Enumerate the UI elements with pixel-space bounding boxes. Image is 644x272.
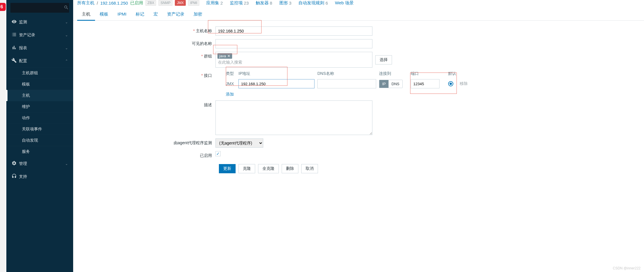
breadcrumb-separator: / <box>97 1 98 5</box>
description-label: 描述 <box>77 100 215 108</box>
iface-port-input[interactable] <box>411 79 440 88</box>
sidebar-item-hosts[interactable]: 主机 <box>6 90 73 101</box>
bc-web[interactable]: Web 场景 <box>335 0 354 6</box>
group-tag-label: java <box>219 54 226 58</box>
wrench-icon <box>12 58 19 64</box>
tab-host[interactable]: 主机 <box>77 9 95 21</box>
iface-default-radio[interactable] <box>448 81 453 86</box>
group-tag-java[interactable]: java ✕ <box>217 53 232 59</box>
chevron-up-icon: ⌃ <box>65 59 68 63</box>
update-button[interactable]: 更新 <box>219 164 236 173</box>
description-input[interactable] <box>215 100 372 135</box>
host-name-input[interactable] <box>215 26 372 36</box>
watermark: CSDN @inner222 <box>613 266 641 270</box>
groups-input[interactable]: java ✕ 在此输入搜索 <box>215 52 372 68</box>
enabled-checkbox[interactable]: ✓ <box>215 151 221 156</box>
tabs: 主机 模板 IPMI 标记 宏 资产记录 加密 <box>73 9 644 21</box>
badge-zbx: ZBX <box>145 0 156 6</box>
badge-jmx: JMX <box>175 0 186 6</box>
iface-ip-input[interactable] <box>238 79 315 88</box>
proxy-select[interactable]: (无agent代理程序) <box>215 138 263 148</box>
breadcrumb-all-hosts[interactable]: 所有主机 <box>77 0 94 6</box>
visible-name-input[interactable] <box>215 39 372 48</box>
bc-graphs-count: 3 <box>289 1 291 5</box>
gear-icon <box>12 161 19 167</box>
headset-icon <box>12 174 19 180</box>
sidebar-item-services[interactable]: 服务 <box>6 146 73 157</box>
iface-col-type: 类型 <box>215 71 238 76</box>
bar-icon <box>12 45 19 51</box>
iface-col-ip: IP地址 <box>238 71 317 76</box>
tab-tags[interactable]: 标记 <box>131 9 149 20</box>
visible-name-label: 可见的名称 <box>77 39 215 46</box>
enabled-label: 已启用 <box>77 151 215 158</box>
connect-dns[interactable]: DNS <box>389 80 402 88</box>
nav-reports[interactable]: 报表 ⌄ <box>6 41 73 54</box>
sidebar-item-correlation[interactable]: 关联项事件 <box>6 123 73 135</box>
iface-col-dns: DNS名称 <box>317 71 379 76</box>
nav-monitoring[interactable]: 监测 ⌄ <box>6 16 73 28</box>
chevron-down-icon: ⌄ <box>65 33 68 37</box>
interface-row: JMX IP DNS 移除 <box>215 78 640 90</box>
bc-items-count: 23 <box>244 1 249 5</box>
sidebar-item-discovery[interactable]: 自动发现 <box>6 135 73 146</box>
add-interface-link[interactable]: 添加 <box>215 90 234 97</box>
bc-triggers[interactable]: 触发器 <box>256 0 269 6</box>
iface-col-conn: 连接到 <box>379 71 411 76</box>
chevron-down-icon: ⌄ <box>65 46 68 50</box>
bc-triggers-count: 8 <box>270 1 272 5</box>
search-icon <box>64 5 69 11</box>
bc-discovery[interactable]: 自动发现规则 <box>298 0 324 6</box>
cancel-button[interactable]: 取消 <box>301 164 318 173</box>
nav-label: 管理 <box>19 161 27 166</box>
full-clone-button[interactable]: 全克隆 <box>258 164 279 173</box>
list-icon <box>12 32 19 38</box>
tab-macros[interactable]: 宏 <box>149 9 162 20</box>
tab-encryption[interactable]: 加密 <box>189 9 207 20</box>
search-box[interactable] <box>10 3 69 13</box>
main-content: 所有主机 / 192.168.1.250 已启用 ZBX SNMP JMX IP… <box>73 0 644 272</box>
iface-type: JMX <box>215 81 238 86</box>
weibo-icon: 6 <box>0 3 6 11</box>
remove-tag-icon[interactable]: ✕ <box>227 54 230 58</box>
iface-col-port: 端口 <box>411 71 448 76</box>
connect-ip[interactable]: IP <box>379 80 389 88</box>
sidebar-item-maintenance[interactable]: 维护 <box>6 101 73 112</box>
iface-dns-input[interactable] <box>317 79 376 88</box>
sidebar: 监测 ⌄ 资产记录 ⌄ 报表 ⌄ 配置 ⌃ 主机群组 模板 主机 <box>6 0 73 272</box>
nav-administration[interactable]: 管理 ⌄ <box>6 157 73 170</box>
proxy-label: 由agent代理程序监测 <box>77 138 215 146</box>
nav-label: 支持 <box>19 174 27 179</box>
eye-icon <box>12 19 19 25</box>
groups-label: 群组 <box>77 52 215 59</box>
breadcrumb-host[interactable]: 192.168.1.250 <box>100 1 128 5</box>
badge-snmp: SNMP <box>158 0 173 6</box>
sidebar-item-host-groups[interactable]: 主机群组 <box>6 67 73 79</box>
iface-remove-link[interactable]: 移除 <box>460 81 468 86</box>
sidebar-item-templates[interactable]: 模板 <box>6 79 73 90</box>
nav-label: 配置 <box>19 58 27 64</box>
select-groups-button[interactable]: 选择 <box>375 55 392 64</box>
nav-inventory[interactable]: 资产记录 ⌄ <box>6 28 73 41</box>
tab-ipmi[interactable]: IPMI <box>113 9 131 20</box>
chevron-down-icon: ⌄ <box>65 162 68 166</box>
bc-applications-count: 2 <box>220 1 223 5</box>
breadcrumb: 所有主机 / 192.168.1.250 已启用 ZBX SNMP JMX IP… <box>73 0 644 7</box>
nav-configuration[interactable]: 配置 ⌃ <box>6 54 73 67</box>
bc-discovery-count: 6 <box>325 1 328 5</box>
delete-button[interactable]: 删除 <box>282 164 298 173</box>
nav-support[interactable]: 支持 <box>6 170 73 183</box>
clone-button[interactable]: 克隆 <box>238 164 255 173</box>
tab-templates[interactable]: 模板 <box>95 9 113 20</box>
sidebar-item-actions[interactable]: 动作 <box>6 112 73 123</box>
search-input[interactable] <box>13 5 64 10</box>
bc-graphs[interactable]: 图形 <box>279 0 288 6</box>
nav-label: 监测 <box>19 20 27 25</box>
iface-col-default: 默认 <box>448 71 460 76</box>
tab-inventory[interactable]: 资产记录 <box>162 9 189 20</box>
nav-label: 报表 <box>19 45 27 51</box>
bc-items[interactable]: 监控项 <box>230 0 243 6</box>
connect-to-toggle[interactable]: IP DNS <box>379 80 403 88</box>
bc-applications[interactable]: 应用集 <box>206 0 219 6</box>
chevron-down-icon: ⌄ <box>65 20 68 24</box>
